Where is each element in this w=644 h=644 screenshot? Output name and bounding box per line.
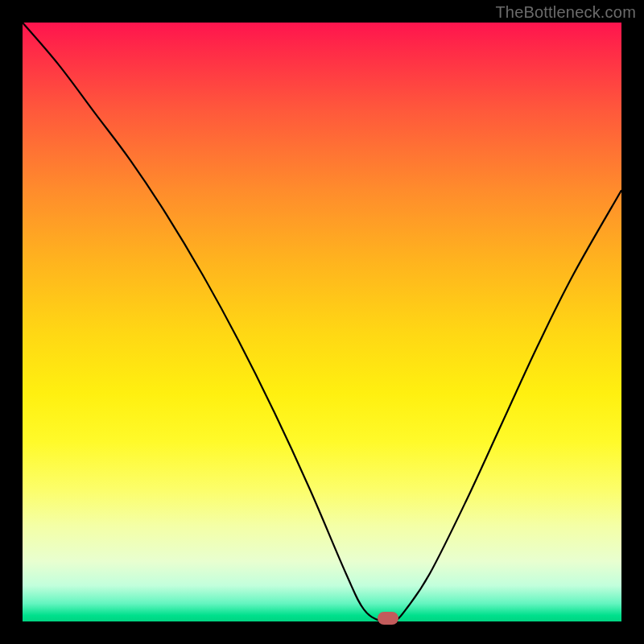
min-marker [378,612,398,625]
curve-layer [23,23,621,621]
plot-area [23,23,621,621]
bottleneck-curve [23,23,621,621]
chart-frame: TheBottleneck.com [0,0,644,644]
watermark-text: TheBottleneck.com [495,3,636,22]
